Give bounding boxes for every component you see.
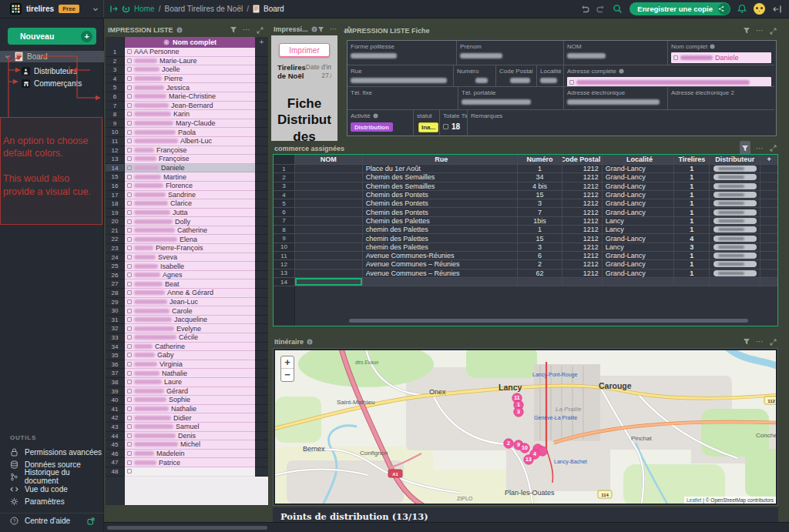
name-cell[interactable]: Sophie [125,396,255,405]
leaflet-map[interactable]: + − [275,350,776,504]
table-cell[interactable]: 4 bis [518,182,562,191]
expand-record-icon[interactable] [127,273,132,277]
table-row-new[interactable]: 14 [274,278,777,286]
name-cell[interactable]: Patrice [125,458,255,467]
save-copy-button[interactable]: Enregistrer une copie [630,2,730,15]
table-cell[interactable]: chemin des Palettes [363,234,518,243]
list-item[interactable]: 40Sophie [106,396,268,405]
table-cell[interactable] [710,208,760,216]
table-cell[interactable]: 1 [674,165,710,173]
list-item[interactable]: 43Samuel [106,423,268,432]
table-cell[interactable]: 1 [674,191,710,199]
table-cell[interactable]: 1 [674,269,710,278]
list-item[interactable]: 42Didier [106,413,268,423]
list-item[interactable]: 30Carole [106,306,268,316]
expand-record-icon[interactable] [127,309,132,313]
expand-record-icon[interactable] [127,59,132,63]
distributeur-ref[interactable] [713,253,757,259]
chevron-down-icon[interactable] [5,54,11,60]
field-nom[interactable]: NOM [564,41,668,65]
table-cell[interactable] [295,165,363,173]
list-item[interactable]: 8Karin [106,110,268,119]
name-cell[interactable]: Madelein [125,450,255,459]
activite-choice[interactable]: Distribution [351,122,393,132]
expand-record-icon[interactable] [127,397,132,402]
table-cell[interactable] [760,217,777,226]
expand-record-icon[interactable] [127,460,132,465]
expand-record-icon[interactable] [127,353,132,357]
list-item[interactable]: 7Jean-Bernard [106,102,268,111]
horizontal-scrollbar[interactable] [349,319,748,323]
notifications-bell-icon[interactable] [737,4,747,14]
expand-record-icon[interactable] [127,148,132,152]
print-button[interactable]: Imprimer [279,43,330,57]
list-item[interactable]: 29Jean-Luc [106,298,268,307]
list-item[interactable]: 13Françoise [106,155,268,164]
table-cell[interactable]: 6 [518,252,562,260]
column-header[interactable]: Code Postal [562,155,603,165]
field-adresse-complete[interactable]: Adresse complète [564,65,774,87]
expand-record-icon[interactable] [127,255,132,259]
table-cell[interactable] [760,234,777,243]
sidebar-item-commercants[interactable]: Commerçants [0,78,104,89]
expand-record-icon[interactable] [127,362,132,366]
list-item[interactable]: 11Albert-Luc [106,137,268,146]
table-row[interactable]: 12Avenue Communes – Réunies21212Grand-La… [274,260,777,269]
expand-record-icon[interactable] [127,130,132,135]
distributeur-ref[interactable] [713,200,757,206]
expand-record-icon[interactable] [127,166,132,170]
table-cell[interactable]: 1 [674,226,710,234]
distributeur-ref[interactable] [713,183,757,189]
table-cell[interactable]: 1212 [562,243,603,252]
list-item[interactable]: 12Françoise [106,146,268,156]
table-cell[interactable]: Avenue Communes – Réunies [363,260,518,269]
table-cell[interactable]: 1212 [562,182,603,191]
breadcrumb-doc[interactable]: Board Tirelires de Noël [164,5,243,13]
name-cell[interactable]: Michel [125,440,255,450]
expand-record-icon[interactable] [127,451,132,456]
table-cell[interactable]: 3 [674,243,710,252]
field-localite[interactable]: Localité [537,65,564,87]
list-item[interactable]: 41Nathalie [106,405,268,414]
field-adresse-electronique-2[interactable]: Adresse électronique 2 [668,87,774,110]
table-cell[interactable]: 1 [674,217,710,226]
table-row[interactable]: 7Chemin des Palettes1bis1212Lancy1 [274,217,777,226]
name-cell[interactable]: Jacqueline [125,316,255,325]
list-item[interactable]: 15Martine [106,172,268,182]
list-item[interactable]: 28Anne & Gérard [106,289,268,298]
name-cell[interactable]: Cécile [125,333,255,343]
table-row[interactable]: 9chemin des Palettes151212Grand-Lancy4 [274,234,777,243]
table-cell[interactable]: 2 [518,260,562,269]
name-cell[interactable]: Pierre [125,75,255,84]
table-cell[interactable] [710,252,760,260]
table-cell[interactable] [295,269,363,278]
expand-record-icon[interactable] [127,94,132,99]
column-header[interactable]: Localité [603,155,675,165]
expand-record-icon[interactable] [127,469,132,473]
expand-widget-icon[interactable] [257,27,264,34]
name-cell[interactable]: Clarice [125,199,255,209]
table-cell[interactable]: 1 [674,260,710,269]
list-item[interactable]: 1AAA Personne [106,48,268,57]
name-cell[interactable]: Jutta [125,209,255,218]
widget-menu-icon[interactable]: ⋯ [243,28,251,32]
table-cell[interactable] [760,226,777,234]
table-cell[interactable]: 1 [674,252,710,260]
expand-record-icon[interactable] [127,121,132,125]
name-cell[interactable]: Isabelle [125,262,255,271]
name-cell[interactable]: Catherine [125,343,255,352]
table-cell[interactable]: Chemin des Pontets [363,191,518,199]
list-item[interactable]: 25Isabelle [106,262,268,271]
table-cell[interactable]: 1212 [562,226,603,234]
table-cell[interactable]: 7 [518,208,562,216]
table-cell[interactable]: 1 [674,199,710,208]
table-cell[interactable]: Avenue Communes – Réunies [363,269,518,278]
list-item[interactable]: 47Patrice [106,458,268,467]
horizontal-scrollbar[interactable] [107,526,267,530]
sidebar-item-help-center[interactable]: ? Centre d'aide [0,513,104,528]
table-row[interactable]: 8chemin des Palettes11212Lancy1 [274,226,777,234]
widget-menu-icon[interactable]: ⋯ [756,28,764,33]
expand-record-icon[interactable] [127,344,132,349]
name-cell[interactable]: Nathalie [125,369,255,378]
search-icon[interactable] [613,4,623,14]
